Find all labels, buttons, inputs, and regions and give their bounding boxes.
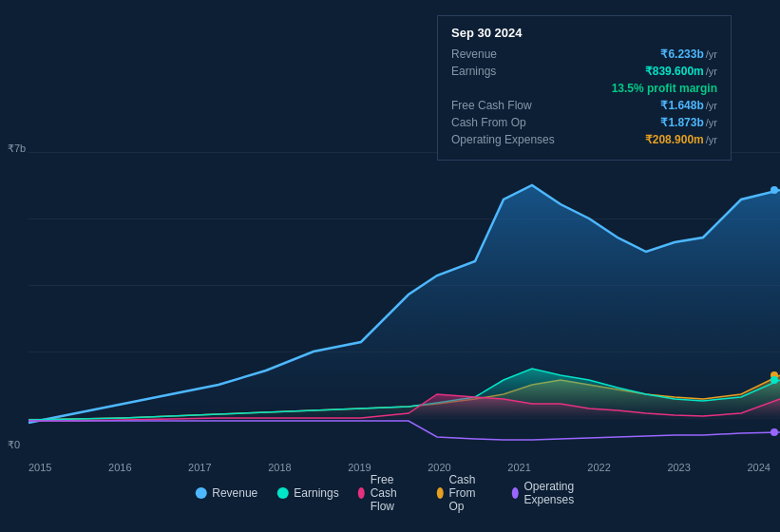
chart-container: ₹7b ₹0 Sep 30 2024 Revenue ₹6.233b/yr Ea… (0, 0, 780, 532)
x-label-2023: 2023 (667, 462, 690, 473)
legend-label-earnings: Earnings (294, 486, 338, 500)
legend-label-cash-from-op: Cash From Op (448, 473, 492, 513)
opex-dot-right (770, 428, 778, 436)
tooltip-opex-label: Operating Expenses (451, 133, 565, 146)
legend-label-op-expenses: Operating Expenses (523, 480, 584, 506)
tooltip-opex-value: ₹208.900m/yr (645, 133, 717, 146)
legend-label-fcf: Free Cash Flow (371, 473, 418, 513)
chart-legend: Revenue Earnings Free Cash Flow Cash Fro… (195, 473, 585, 513)
tooltip-fcf-value: ₹1.648b/yr (660, 99, 717, 112)
y-axis-top-label: ₹7b (8, 142, 26, 155)
legend-op-expenses[interactable]: Operating Expenses (511, 480, 584, 506)
tooltip-profit-margin-row: 13.5% profit margin (451, 82, 717, 95)
legend-dot-revenue (195, 487, 206, 499)
legend-dot-op-expenses (511, 487, 518, 499)
earnings-dot-right (770, 376, 778, 384)
x-label-2017: 2017 (188, 462, 211, 473)
x-label-2015: 2015 (29, 462, 51, 473)
tooltip-cash-row: Cash From Op ₹1.873b/yr (451, 116, 717, 129)
tooltip-earnings-label: Earnings (451, 65, 565, 78)
tooltip-profit-margin: 13.5% profit margin (612, 82, 717, 95)
tooltip-fcf-label: Free Cash Flow (451, 99, 565, 112)
tooltip-revenue-value: ₹6.233b/yr (660, 48, 717, 61)
legend-cash-from-op[interactable]: Cash From Op (436, 473, 492, 513)
legend-dot-earnings (276, 487, 288, 499)
tooltip-opex-row: Operating Expenses ₹208.900m/yr (451, 133, 717, 146)
legend-earnings[interactable]: Earnings (276, 486, 338, 500)
x-label-2018: 2018 (268, 462, 291, 473)
legend-dot-fcf (358, 487, 365, 499)
x-axis-labels: 2015 2016 2017 2018 2019 2020 2021 2022 … (29, 462, 770, 473)
tooltip-earnings-value: ₹839.600m/yr (645, 65, 717, 78)
legend-fcf[interactable]: Free Cash Flow (358, 473, 418, 513)
op-expenses-line (29, 421, 780, 440)
y-axis-zero-label: ₹0 (8, 439, 20, 451)
revenue-area (29, 185, 780, 423)
legend-revenue[interactable]: Revenue (195, 486, 257, 500)
x-label-2022: 2022 (587, 462, 610, 473)
legend-dot-cash-from-op (436, 487, 443, 499)
tooltip-revenue-row: Revenue ₹6.233b/yr (451, 48, 717, 61)
legend-label-revenue: Revenue (212, 486, 257, 500)
tooltip-cash-label: Cash From Op (451, 116, 565, 129)
x-label-2024: 2024 (747, 462, 770, 473)
tooltip-cash-value: ₹1.873b/yr (660, 116, 717, 129)
x-label-2019: 2019 (348, 462, 371, 473)
x-label-2021: 2021 (507, 462, 530, 473)
tooltip-revenue-label: Revenue (451, 48, 565, 61)
tooltip-date: Sep 30 2024 (451, 26, 717, 40)
tooltip-earnings-row: Earnings ₹839.600m/yr (451, 65, 717, 78)
revenue-dot-right (770, 186, 778, 194)
tooltip-fcf-row: Free Cash Flow ₹1.648b/yr (451, 99, 717, 112)
x-label-2016: 2016 (108, 462, 131, 473)
x-label-2020: 2020 (428, 462, 450, 473)
tooltip-box: Sep 30 2024 Revenue ₹6.233b/yr Earnings … (437, 15, 732, 161)
